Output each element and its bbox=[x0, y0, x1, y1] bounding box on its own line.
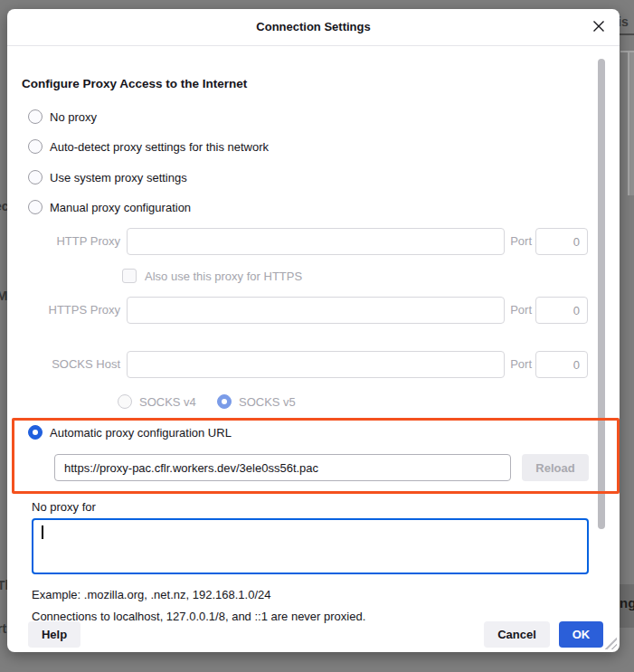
bg-text-fragment-left-4: rt bbox=[0, 622, 6, 635]
radio-circle-icon bbox=[28, 109, 43, 124]
connection-settings-dialog: Connection Settings Configure Proxy Acce… bbox=[7, 9, 620, 652]
radio-label: Auto-detect proxy settings for this netw… bbox=[50, 140, 269, 154]
resize-handle[interactable] bbox=[603, 636, 617, 649]
radio-label: SOCKS v4 bbox=[139, 395, 196, 409]
radio-circle-icon bbox=[217, 394, 232, 409]
radio-circle-icon bbox=[118, 394, 132, 409]
ok-button[interactable]: OK bbox=[559, 621, 603, 648]
https-proxy-input[interactable] bbox=[127, 297, 505, 324]
https-proxy-label: HTTPS Proxy bbox=[7, 297, 120, 324]
http-proxy-input[interactable] bbox=[127, 228, 505, 255]
http-port-input[interactable] bbox=[535, 228, 588, 255]
radio-circle-icon bbox=[28, 139, 43, 154]
radio-no-proxy[interactable]: No proxy bbox=[28, 109, 97, 124]
radio-circle-icon bbox=[28, 170, 43, 185]
radio-label: SOCKS v5 bbox=[239, 395, 296, 409]
socks-host-label: SOCKS Host bbox=[7, 351, 120, 378]
dialog-heading: Configure Proxy Access to the Internet bbox=[22, 77, 247, 90]
http-proxy-label: HTTP Proxy bbox=[7, 228, 120, 255]
auto-proxy-url-input[interactable] bbox=[54, 454, 511, 481]
localhost-note-text: Connections to localhost, 127.0.0.1/8, a… bbox=[32, 610, 365, 623]
https-port-input[interactable] bbox=[535, 297, 588, 324]
https-port-label: Port bbox=[501, 297, 532, 324]
bg-text-fragment-bottom-right: ng bbox=[620, 597, 634, 610]
radio-label: No proxy bbox=[50, 110, 97, 124]
radio-manual-proxy[interactable]: Manual proxy configuration bbox=[28, 200, 191, 214]
radio-label: Use system proxy settings bbox=[50, 171, 187, 185]
radio-circle-icon bbox=[28, 200, 43, 214]
bg-panel-fill bbox=[629, 52, 634, 195]
radio-socks-v5[interactable]: SOCKS v5 bbox=[217, 394, 296, 409]
radio-circle-icon bbox=[28, 425, 43, 440]
no-proxy-example-text: Example: .mozilla.org, .net.nz, 192.168.… bbox=[32, 588, 271, 601]
radio-label: Automatic proxy configuration URL bbox=[50, 426, 232, 440]
radio-auto-proxy-url[interactable]: Automatic proxy configuration URL bbox=[28, 425, 232, 440]
text-caret bbox=[42, 525, 43, 539]
cancel-button[interactable]: Cancel bbox=[484, 621, 550, 648]
reload-button[interactable]: Reload bbox=[522, 454, 589, 481]
no-proxy-for-label: No proxy for bbox=[32, 500, 96, 514]
socks-port-label: Port bbox=[501, 351, 532, 378]
radio-system-proxy[interactable]: Use system proxy settings bbox=[28, 170, 187, 185]
bg-divider-fragment bbox=[620, 33, 634, 35]
dialog-titlebar: Connection Settings bbox=[7, 9, 620, 46]
no-proxy-for-textarea[interactable] bbox=[32, 518, 589, 574]
help-button[interactable]: Help bbox=[28, 621, 80, 648]
http-port-label: Port bbox=[501, 228, 532, 255]
https-share-checkbox[interactable] bbox=[122, 269, 137, 283]
close-icon[interactable] bbox=[591, 19, 607, 35]
scrollbar-thumb[interactable] bbox=[598, 59, 605, 529]
radio-label: Manual proxy configuration bbox=[50, 201, 191, 214]
screen: { "dialog": { "title": "Connection Setti… bbox=[0, 0, 634, 672]
https-share-checkbox-label: Also use this proxy for HTTPS bbox=[145, 270, 302, 283]
radio-auto-detect[interactable]: Auto-detect proxy settings for this netw… bbox=[28, 139, 269, 154]
socks-port-input[interactable] bbox=[535, 351, 588, 378]
socks-host-input[interactable] bbox=[127, 351, 505, 378]
dialog-title: Connection Settings bbox=[7, 9, 620, 45]
radio-socks-v4[interactable]: SOCKS v4 bbox=[118, 394, 196, 409]
